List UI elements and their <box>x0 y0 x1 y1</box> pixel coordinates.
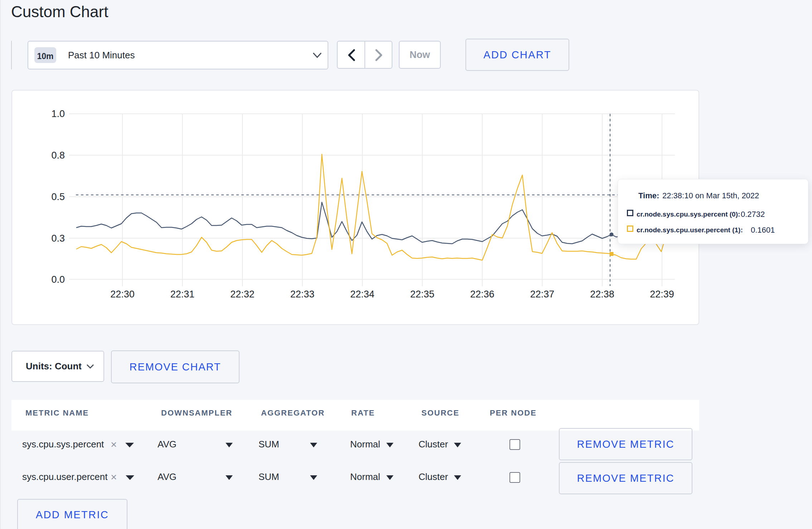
svg-text:22:36: 22:36 <box>470 289 494 300</box>
svg-text:22:32: 22:32 <box>230 289 255 300</box>
svg-text:22:35: 22:35 <box>410 289 435 300</box>
svg-text:0.5: 0.5 <box>51 191 65 202</box>
svg-text:22:33: 22:33 <box>290 289 315 300</box>
svg-text:0.8: 0.8 <box>51 150 65 161</box>
svg-text:0.0: 0.0 <box>51 274 65 285</box>
svg-text:22:39: 22:39 <box>650 289 674 300</box>
svg-text:1.0: 1.0 <box>51 108 65 119</box>
svg-text:22:38: 22:38 <box>590 289 614 300</box>
svg-text:22:34: 22:34 <box>350 289 374 300</box>
svg-text:22:37: 22:37 <box>530 289 555 300</box>
svg-text:22:31: 22:31 <box>170 289 195 300</box>
svg-text:0.3: 0.3 <box>51 233 65 244</box>
svg-text:22:30: 22:30 <box>110 289 135 300</box>
